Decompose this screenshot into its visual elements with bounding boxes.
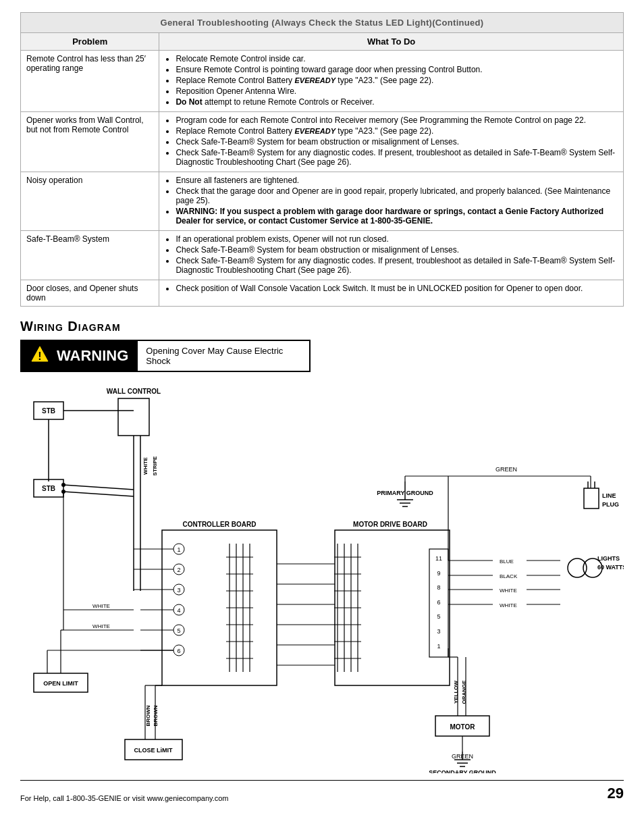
open-limit-label: OPEN LIMIT bbox=[43, 680, 78, 687]
svg-text:5: 5 bbox=[177, 627, 180, 634]
blue-label: BLUE bbox=[500, 558, 514, 565]
table-row: Opener works from Wall Control, but not … bbox=[21, 112, 624, 172]
table-main-header: General Troubleshooting (Always Check th… bbox=[21, 13, 624, 33]
table-row: Noisy operation Ensure all fasteners are… bbox=[21, 172, 624, 231]
wiring-title: Wiring Diagram bbox=[20, 319, 624, 334]
table-column-headers: Problem What To Do bbox=[21, 33, 624, 51]
white2-label: WHITE bbox=[92, 623, 110, 629]
page-number: 29 bbox=[608, 785, 624, 802]
terminal-6: 6 bbox=[437, 599, 440, 606]
table-row: Safe-T-Beam® System If an operational pr… bbox=[21, 231, 624, 280]
green1-label: GREEN bbox=[495, 466, 517, 473]
svg-text:2: 2 bbox=[177, 567, 180, 573]
secondary-ground-label: SECONDARY GROUND bbox=[429, 769, 496, 773]
black-label: BLACK bbox=[500, 573, 518, 579]
white-label: WHITE bbox=[142, 457, 149, 474]
solution-cell: Ensure all fasteners are tightened. Chec… bbox=[159, 172, 624, 231]
problem-cell: Opener works from Wall Control, but not … bbox=[21, 112, 159, 172]
brown1-label: BROWN bbox=[145, 705, 151, 726]
col-solution-header: What To Do bbox=[159, 33, 624, 51]
white1-label: WHITE bbox=[92, 603, 110, 609]
table-row: Remote Control has less than 25′ operati… bbox=[21, 51, 624, 112]
problem-cell: Safe-T-Beam® System bbox=[21, 231, 159, 280]
line-plug-label2: PLUG bbox=[602, 501, 619, 508]
warning-description: Opening Cover May Cause Electric Shock bbox=[138, 342, 309, 370]
problem-cell: Remote Control has less than 25′ operati… bbox=[21, 51, 159, 112]
orange-label: ORANGE bbox=[461, 680, 467, 704]
problem-cell: Noisy operation bbox=[21, 172, 159, 231]
troubleshooting-table: General Troubleshooting (Always Check th… bbox=[20, 12, 624, 307]
wall-control-label: WALL CONTROL bbox=[107, 388, 161, 395]
solution-cell: If an operational problem exists, Opener… bbox=[159, 231, 624, 280]
svg-rect-2 bbox=[20, 382, 624, 773]
col-problem-header: Problem bbox=[21, 33, 159, 51]
table-title: General Troubleshooting (Always Check th… bbox=[21, 13, 624, 33]
motor-drive-board-label: MOTOR DRIVE BOARD bbox=[353, 521, 427, 528]
footer: For Help, call 1-800-35-GENIE or visit w… bbox=[20, 780, 624, 802]
white4-label: WHITE bbox=[500, 602, 517, 608]
yellow-label: YELLOW bbox=[453, 680, 459, 704]
solution-cell: Check position of Wall Console Vacation … bbox=[159, 280, 624, 307]
stripe-label: STRIPE bbox=[152, 456, 158, 476]
close-limit-label: CLOSE LiMIT bbox=[134, 747, 173, 754]
line-plug-label: LINE bbox=[602, 492, 616, 499]
terminal-5: 5 bbox=[437, 613, 440, 620]
table-row: Door closes, and Opener shuts down Check… bbox=[21, 280, 624, 307]
warning-label: ! WARNING bbox=[22, 341, 138, 371]
terminal-1: 1 bbox=[437, 643, 440, 650]
svg-text:3: 3 bbox=[177, 587, 180, 594]
terminal-9: 9 bbox=[437, 570, 440, 577]
wiring-svg: WALL CONTROL STB STB WHITE STRIPE CONTRO… bbox=[20, 382, 624, 773]
warning-box: ! WARNING Opening Cover May Cause Electr… bbox=[20, 340, 311, 372]
svg-text:!: ! bbox=[38, 350, 41, 362]
svg-text:6: 6 bbox=[177, 648, 180, 654]
stb-bottom-label: STB bbox=[42, 485, 55, 492]
help-text: For Help, call 1-800-35-GENIE or visit w… bbox=[20, 794, 229, 802]
terminal-3: 3 bbox=[437, 628, 440, 635]
wiring-diagram: WALL CONTROL STB STB WHITE STRIPE CONTRO… bbox=[20, 382, 624, 773]
terminal-8: 8 bbox=[437, 584, 440, 591]
motor-label: MOTOR bbox=[450, 723, 475, 731]
lights-label: LIGHTS bbox=[597, 555, 620, 562]
problem-cell: Door closes, and Opener shuts down bbox=[21, 280, 159, 307]
controller-board-label: CONTROLLER BOARD bbox=[183, 521, 257, 528]
stb-top-label: STB bbox=[42, 407, 55, 415]
solution-cell: Relocate Remote Control inside car. Ensu… bbox=[159, 51, 624, 112]
white3-label: WHITE bbox=[500, 588, 517, 594]
svg-text:4: 4 bbox=[177, 607, 180, 614]
lights-watts-label: 60 WATTS MAX. bbox=[597, 564, 624, 571]
svg-text:1: 1 bbox=[177, 546, 180, 553]
warning-text-label: WARNING bbox=[57, 347, 128, 365]
warning-triangle-icon: ! bbox=[31, 345, 49, 367]
terminal-11: 11 bbox=[435, 555, 442, 562]
solution-cell: Program code for each Remote Control int… bbox=[159, 112, 624, 172]
